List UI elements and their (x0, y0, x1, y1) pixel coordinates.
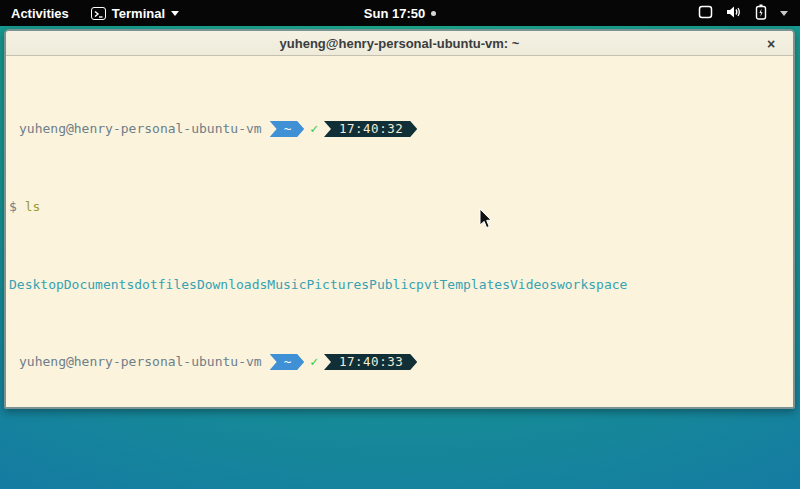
desktop-wallpaper: yuheng@henry-personal-ubuntu-vm: ~ × yuh… (0, 26, 800, 489)
prompt-time-segment: 17:40:32 (324, 121, 417, 137)
directory-entry: dotfiles (134, 277, 197, 293)
prompt-status-check-icon: ✓ (310, 354, 318, 370)
directory-entry: Public (369, 277, 416, 293)
prompt-symbol: $ (9, 199, 17, 215)
prompt-time-segment: 17:40:33 (324, 354, 417, 370)
terminal-app-icon (91, 7, 106, 20)
chevron-down-icon (171, 11, 179, 16)
directory-entry: Documents (64, 277, 134, 293)
directory-entry: Desktop (9, 277, 64, 293)
clock-button[interactable]: Sun 17:50 (364, 6, 436, 21)
directory-entry: workspace (557, 277, 627, 293)
desktop-screen: { "topbar": { "activities": "Activities"… (0, 0, 800, 489)
prompt-cwd-segment: ~ (270, 121, 305, 137)
directory-entry: Music (267, 277, 306, 293)
window-title: yuheng@henry-personal-ubuntu-vm: ~ (280, 36, 520, 51)
prompt-status-check-icon: ✓ (310, 121, 318, 137)
volume-icon (726, 5, 742, 22)
directory-entry: Templates (440, 277, 510, 293)
battery-charging-icon (755, 4, 767, 23)
activities-button[interactable]: Activities (0, 0, 80, 26)
app-menu-label: Terminal (112, 6, 165, 21)
terminal-content[interactable]: yuheng@henry-personal-ubuntu-vm ~ ✓ 17:4… (6, 56, 793, 409)
directory-entry: Pictures (306, 277, 369, 293)
notification-dot-icon (431, 11, 436, 16)
command-text: ls (25, 199, 41, 215)
directory-entry: pvt (416, 277, 439, 293)
ls-output-line: Desktop Documents dotfiles Downloads Mus… (9, 277, 790, 292)
close-button[interactable]: × (759, 31, 783, 56)
terminal-window: yuheng@henry-personal-ubuntu-vm: ~ × yuh… (4, 29, 795, 409)
prompt-line: yuheng@henry-personal-ubuntu-vm ~ ✓ 17:4… (9, 121, 790, 137)
top-bar: Activities Terminal Sun 17:50 (0, 0, 800, 26)
clock-label: Sun 17:50 (364, 6, 425, 21)
prompt-user-host: yuheng@henry-personal-ubuntu-vm (19, 121, 262, 137)
prompt-line: yuheng@henry-personal-ubuntu-vm ~ ✓ 17:4… (9, 354, 790, 370)
directory-entry: Videos (510, 277, 557, 293)
directory-entry: Downloads (197, 277, 267, 293)
activities-label: Activities (11, 6, 69, 21)
window-titlebar[interactable]: yuheng@henry-personal-ubuntu-vm: ~ × (6, 31, 793, 56)
chevron-down-icon (780, 11, 788, 16)
command-line: $ ls (9, 199, 790, 215)
prompt-user-host: yuheng@henry-personal-ubuntu-vm (19, 354, 262, 370)
display-icon (698, 5, 713, 22)
prompt-cwd-segment: ~ (270, 354, 305, 370)
app-menu-terminal[interactable]: Terminal (80, 0, 190, 26)
system-status-area[interactable] (686, 0, 800, 26)
